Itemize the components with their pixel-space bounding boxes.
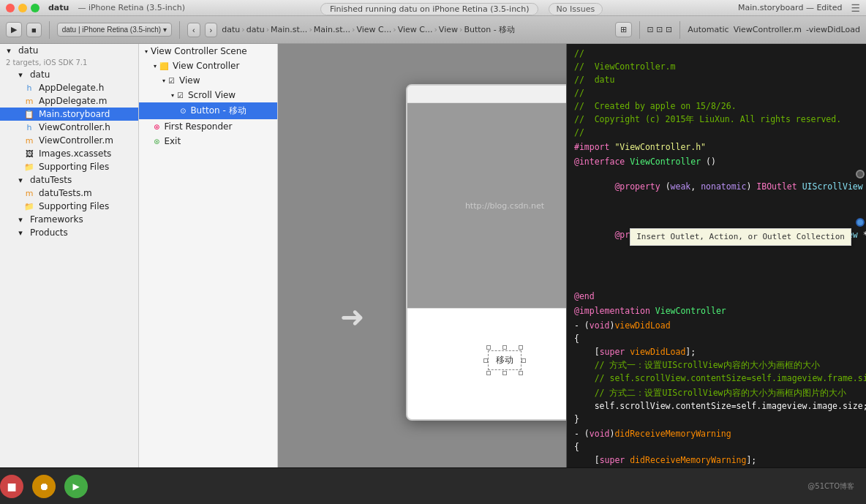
code-line: - (void)viewDidLoad xyxy=(567,319,866,332)
code-line: // datu xyxy=(567,73,866,86)
add-panel-button[interactable]: ⊞ xyxy=(615,22,632,37)
automatic-label: Automatic xyxy=(688,25,728,34)
status-bar: Finished running datu on iPhone Retina (… xyxy=(194,1,729,15)
code-line: // 方式一：设置UIScrollView内容的大小为画框的大小 xyxy=(567,358,866,372)
sidebar-item-datu[interactable]: ▾ datu xyxy=(0,44,138,57)
folder-icon: ▾ xyxy=(3,46,15,56)
iphone-scrollview[interactable]: http://blog.csdn.net xyxy=(407,103,566,308)
title-bar: datu — iPhone Retina (3.5-inch) Finished… xyxy=(0,0,866,16)
sidebar-item-appdelegate-m[interactable]: m AppDelegate.m xyxy=(0,94,138,108)
breadcrumb-item[interactable]: View C... xyxy=(398,25,433,34)
play-button[interactable]: ▶ xyxy=(64,475,88,498)
hamburger-icon[interactable]: ☰ xyxy=(851,2,860,14)
scene-item-view[interactable]: ▾ ☑ View xyxy=(139,73,277,88)
sidebar-item-images[interactable]: 🖼 Images.xcassets xyxy=(0,147,138,160)
stop-button[interactable]: ■ xyxy=(26,23,42,37)
maximize-button[interactable] xyxy=(31,4,39,12)
sidebar-item-label: Main.storyboard xyxy=(39,109,110,119)
breadcrumb-item[interactable]: Main.st... xyxy=(314,25,350,34)
traffic-lights xyxy=(6,4,39,12)
code-line: @implementation ViewController xyxy=(567,304,866,317)
scene-item-vcscene[interactable]: ▾ View Controller Scene xyxy=(139,44,277,59)
scene-item-scrollview[interactable]: ▾ ☑ Scroll View xyxy=(139,88,277,102)
play-icon: ▶ xyxy=(72,481,79,492)
file-icon: m xyxy=(23,136,35,146)
outlet-tooltip: Insert Outlet, Action, or Outlet Collect… xyxy=(630,228,851,246)
breadcrumb-item[interactable]: Button - 移动 xyxy=(464,24,515,35)
code-line: // xyxy=(567,47,866,60)
sidebar-item-label: datu xyxy=(30,69,50,80)
resize-handle-r[interactable] xyxy=(522,358,526,363)
code-line: @end xyxy=(567,290,866,303)
folder-icon: 📁 xyxy=(23,202,35,211)
sidebar-item-label: ViewController.m xyxy=(39,135,113,146)
record-button[interactable]: ⏺ xyxy=(32,475,56,498)
file-label: ViewController.m xyxy=(734,25,802,34)
move-button[interactable]: 移动 xyxy=(488,350,522,370)
file-icon: h xyxy=(23,83,35,93)
method-label: -viewDidLoad xyxy=(806,25,860,34)
sidebar-item-targets: 2 targets, iOS SDK 7.1 xyxy=(0,57,138,68)
code-line: // Created by apple on 15/8/26. xyxy=(567,99,866,113)
resize-handle-bc[interactable] xyxy=(502,371,507,375)
record-icon: ⏺ xyxy=(39,481,49,492)
folder-icon: ▾ xyxy=(15,228,26,238)
close-button[interactable] xyxy=(6,4,15,12)
breadcrumb-item[interactable]: View xyxy=(439,25,458,34)
ib-canvas[interactable]: ➜ ▭▭ http://blog.csdn.net xyxy=(278,44,566,467)
breadcrumb-item[interactable]: datu xyxy=(222,25,240,34)
editor-mode: ⊡ ⊡ ⊡ xyxy=(647,25,673,34)
breadcrumb-item[interactable]: Main.st... xyxy=(271,25,307,34)
sidebar-item-supporting-files2[interactable]: 📁 Supporting Files xyxy=(0,200,138,213)
scene-item-vc[interactable]: ▾ 🟨 View Controller xyxy=(139,59,277,73)
resize-handle-tr[interactable] xyxy=(519,345,523,350)
sidebar-item-label: datuTests xyxy=(30,175,72,185)
sidebar-item-products[interactable]: ▾ Products xyxy=(0,226,138,239)
forward-button[interactable]: › xyxy=(205,23,218,37)
code-editor[interactable]: // // ViewController.m // datu // // Cre… xyxy=(566,44,866,467)
sidebar-item-supporting-files[interactable]: 📁 Supporting Files xyxy=(0,160,138,173)
resize-handle-tc[interactable] xyxy=(502,345,507,350)
button-icon: ⊙ xyxy=(180,107,186,115)
scene-item-firstresponder[interactable]: ⊛ First Responder xyxy=(139,119,277,134)
back-button[interactable]: ‹ xyxy=(187,23,200,37)
sidebar-item-label: 2 targets, iOS SDK 7.1 xyxy=(6,59,87,67)
sidebar-item-viewcontroller-h[interactable]: h ViewController.h xyxy=(0,121,138,134)
breadcrumb-item[interactable]: View C... xyxy=(356,25,391,34)
sidebar-item-datutests-m[interactable]: m datuTests.m xyxy=(0,187,138,200)
sidebar-item-appdelegate-h[interactable]: h AppDelegate.h xyxy=(0,81,138,94)
sidebar-item-datutests[interactable]: ▾ datuTests xyxy=(0,173,138,187)
minimize-button[interactable] xyxy=(18,4,27,12)
collapse-icon: ▾ xyxy=(145,48,148,55)
scene-item-button[interactable]: ⊙ Button - 移动 xyxy=(139,102,277,119)
code-line-property1: @property (weak, nonatomic) IBOutlet UIS… xyxy=(567,168,866,217)
run-button[interactable]: ▶ xyxy=(6,22,22,37)
resize-handle-br[interactable] xyxy=(519,371,523,375)
sidebar-item-label: Frameworks xyxy=(30,214,83,225)
resize-handle-tl[interactable] xyxy=(486,345,491,350)
code-line: - (void)didReceiveMemoryWarning xyxy=(567,427,866,440)
exit-icon: ⊛ xyxy=(154,138,159,146)
breadcrumb-item[interactable]: datu xyxy=(246,25,265,34)
sidebar-item-viewcontroller-m[interactable]: m ViewController.m xyxy=(0,134,138,147)
code-line: { xyxy=(567,332,866,345)
code-line: // self.scrollView.contentSize=self.imag… xyxy=(567,372,866,385)
code-line: // xyxy=(567,86,866,99)
stop-playback-button[interactable]: ■ xyxy=(0,475,23,498)
code-line: @interface ViewController () xyxy=(567,155,866,168)
watermark-text: @51CTO博客 xyxy=(807,482,854,490)
code-line: self.scrollView.contentSize=self.imagevi… xyxy=(567,399,866,413)
code-line-property2: @property (weak, nonatomic) IBOutlet UII… xyxy=(567,217,866,288)
sidebar-item-mainstoryboard[interactable]: 📋 Main.storyboard xyxy=(0,108,138,121)
outlet-circle-2[interactable] xyxy=(856,218,865,227)
resize-handle-l[interactable] xyxy=(483,358,488,363)
scheme-selector[interactable]: datu | iPhone Retina (3.5-inch) ▾ xyxy=(57,23,172,37)
resize-handle-bl[interactable] xyxy=(486,371,491,375)
button-container: 移动 xyxy=(488,350,522,370)
sidebar-item-label: datu xyxy=(18,45,38,56)
sidebar-item-datu-group[interactable]: ▾ datu xyxy=(0,68,138,81)
file-icon: m xyxy=(23,97,35,106)
sidebar-item-frameworks[interactable]: ▾ Frameworks xyxy=(0,213,138,226)
scene-item-exit[interactable]: ⊛ Exit xyxy=(139,134,277,148)
outlet-circle-1[interactable] xyxy=(856,170,865,178)
